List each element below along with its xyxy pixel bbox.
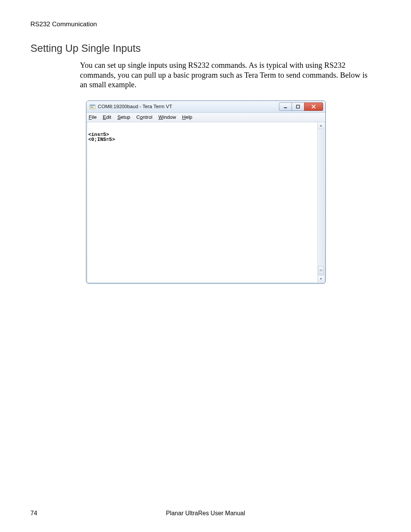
scroll-down-arrow-icon[interactable]: ▾ [318, 275, 324, 282]
teraterm-window: COM8:19200baud - Tera Term VT [86, 101, 326, 284]
maximize-button[interactable] [292, 102, 304, 111]
section-heading: Setting Up Single Inputs [30, 43, 381, 54]
client-area: <ins=5> <0;INS=5> ▴ ▾ [88, 122, 324, 282]
menu-file[interactable]: File [89, 114, 97, 120]
svg-rect-1 [90, 105, 95, 106]
svg-rect-2 [91, 107, 93, 107]
menu-setup[interactable]: Setup [117, 114, 130, 120]
menubar: File Edit Setup Control Window Help [86, 113, 325, 122]
close-button[interactable] [304, 102, 323, 111]
app-icon [89, 104, 96, 110]
window-controls [279, 102, 323, 111]
svg-rect-4 [284, 107, 287, 108]
menu-window[interactable]: Window [158, 114, 176, 120]
scroll-up-arrow-icon[interactable]: ▴ [318, 122, 324, 129]
running-header: RS232 Communication [30, 21, 381, 28]
svg-rect-5 [296, 105, 299, 108]
menu-help[interactable]: Help [182, 114, 193, 120]
menu-control[interactable]: Control [136, 114, 152, 120]
minimize-button[interactable] [279, 102, 292, 111]
footer-title: Planar UltraRes User Manual [30, 510, 381, 517]
scroll-thumb[interactable] [318, 266, 324, 275]
vertical-scrollbar[interactable]: ▴ ▾ [317, 122, 324, 282]
terminal-output[interactable]: <ins=5> <0;INS=5> [88, 122, 317, 282]
menu-edit[interactable]: Edit [103, 114, 111, 120]
window-title: COM8:19200baud - Tera Term VT [98, 104, 279, 109]
intro-paragraph: You can set up single inputs using RS232… [80, 61, 373, 90]
titlebar[interactable]: COM8:19200baud - Tera Term VT [86, 101, 325, 113]
page-footer: 74 Planar UltraRes User Manual [30, 510, 381, 517]
svg-rect-3 [91, 107, 94, 108]
